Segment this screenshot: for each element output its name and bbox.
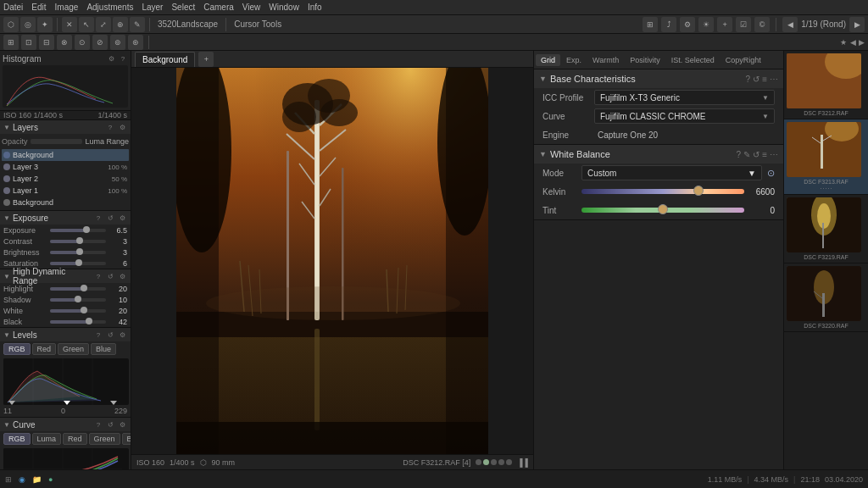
layers-settings[interactable]: ⚙ — [117, 122, 127, 132]
hdr-settings[interactable]: ⚙ — [117, 271, 127, 281]
positivity-btn[interactable]: + — [717, 17, 732, 32]
layer-bg-bottom[interactable]: Background — [2, 197, 129, 208]
levels-tab-blue[interactable]: Blue — [91, 343, 116, 355]
grid-view[interactable]: ⊞ — [643, 17, 658, 32]
exposure-header[interactable]: ▼ Exposure ? ↺ ⚙ — [0, 211, 131, 225]
wb-reset[interactable]: ↺ — [753, 150, 760, 159]
taskbar-icon-file[interactable]: 📁 — [32, 475, 42, 484]
taskbar-icon-win[interactable]: ⊞ — [5, 475, 12, 484]
prev-btn[interactable]: ◀ — [782, 17, 798, 32]
hdr-header[interactable]: ▼ High Dynamic Range ? ↺ ⚙ — [0, 269, 131, 283]
menu-adjustments[interactable]: Adjustments — [86, 3, 133, 12]
menu-view[interactable]: View — [242, 3, 261, 12]
histogram-help[interactable]: ? — [118, 53, 128, 64]
thumb-item-3[interactable]: DSC F3219.RAF — [784, 195, 868, 263]
wb-header[interactable]: ▼ White Balance ? ✎ ↺ ≡ ⋯ — [534, 145, 783, 164]
white-track[interactable] — [50, 309, 106, 313]
sec-tool-1[interactable]: ⊞ — [3, 35, 19, 50]
rpanel-tab-selected[interactable]: ISt. Selected — [666, 54, 720, 66]
bc-reset[interactable]: ↺ — [753, 75, 760, 84]
tab-add[interactable]: + — [198, 52, 214, 67]
inspect-tool[interactable]: ⬡ — [3, 17, 19, 32]
wb-eyedropper[interactable]: ⊙ — [767, 168, 775, 179]
brightness-thumb[interactable] — [76, 248, 83, 255]
taskbar-icon-app[interactable]: ● — [48, 475, 53, 484]
exposure-thumb[interactable] — [83, 226, 90, 233]
layer-row-1[interactable]: Layer 1 100 % — [2, 185, 129, 197]
curve-tab-rgb[interactable]: RGB — [3, 433, 31, 445]
bc-help[interactable]: ? — [746, 75, 751, 84]
black-thumb[interactable] — [86, 318, 92, 324]
taskbar-icon-edge[interactable]: ◉ — [19, 475, 25, 484]
highlight-thumb[interactable] — [81, 285, 87, 291]
wb-help[interactable]: ? — [737, 150, 742, 159]
menu-layer[interactable]: Layer — [142, 3, 163, 12]
layer-row-2[interactable]: Layer 2 50 % — [2, 173, 129, 185]
rpanel-tab-copyright[interactable]: CopyRight — [721, 54, 766, 66]
kelvin-thumb[interactable] — [693, 186, 704, 196]
levels-tab-rgb[interactable]: RGB — [3, 343, 31, 355]
menu-datei[interactable]: Datei — [3, 3, 23, 12]
thumb-item-2[interactable]: DSC F3213.RAF · · · · · — [784, 119, 868, 195]
next-btn[interactable]: ▶ — [849, 17, 865, 32]
menu-info[interactable]: Info — [308, 3, 322, 12]
rpanel-tab-grid[interactable]: Grid — [536, 54, 560, 66]
menu-select[interactable]: Select — [171, 3, 195, 12]
rpanel-tab-warmth[interactable]: Warmth — [587, 54, 624, 66]
sec-tool-7[interactable]: ⊚ — [110, 35, 125, 50]
levels-reset[interactable]: ↺ — [105, 330, 115, 340]
curve-tab-blue[interactable]: Blue — [122, 433, 131, 445]
thumb-item-4[interactable]: DSC F3220.RAF — [784, 263, 868, 332]
exp-reset[interactable]: ↺ — [105, 213, 115, 223]
selected-btn[interactable]: ☑ — [736, 17, 751, 32]
saturation-track[interactable] — [50, 262, 106, 265]
levels-help[interactable]: ? — [93, 330, 103, 340]
menu-camera[interactable]: Camera — [203, 3, 234, 12]
highlight-track[interactable] — [50, 287, 106, 291]
copyrigth-btn[interactable]: © — [754, 17, 770, 32]
thumb-item-1[interactable]: DSC F3212.RAF — [784, 51, 868, 119]
icc-dropdown[interactable]: Fujifilm X-T3 Generic ▼ — [594, 90, 775, 105]
wb-more[interactable]: ⋯ — [770, 150, 778, 159]
curve-settings[interactable]: ⚙ — [117, 419, 127, 430]
layers-help[interactable]: ? — [105, 122, 115, 132]
contrast-thumb[interactable] — [76, 237, 83, 244]
export-btn[interactable]: ⤴ — [661, 17, 676, 32]
opacity-slider[interactable] — [31, 139, 83, 144]
menu-window[interactable]: Window — [269, 3, 299, 12]
shadow-track[interactable] — [50, 298, 106, 302]
capture-tool[interactable]: ◎ — [20, 17, 36, 32]
black-track[interactable] — [50, 320, 106, 324]
exposure-track[interactable] — [50, 229, 106, 232]
tint-track[interactable] — [581, 208, 744, 213]
exp-help[interactable]: ? — [93, 213, 103, 223]
sec-tool-5[interactable]: ⊙ — [75, 35, 90, 50]
contrast-track[interactable] — [50, 240, 106, 243]
brightness-track[interactable] — [50, 251, 106, 254]
tint-thumb[interactable] — [658, 204, 668, 214]
sec-tool-6[interactable]: ⊘ — [92, 35, 108, 50]
sec-tool-4[interactable]: ⊗ — [57, 35, 72, 50]
sec-tool-2[interactable]: ⊡ — [21, 35, 36, 50]
layer-row-3[interactable]: Layer 3 100 % — [2, 161, 129, 173]
tool-b[interactable]: ↖ — [79, 17, 94, 32]
saturation-thumb[interactable] — [75, 259, 82, 266]
warmth-btn[interactable]: ☀ — [698, 17, 714, 32]
curve-tab-red[interactable]: Red — [63, 433, 87, 445]
rpanel-tab-exp[interactable]: Exp. — [561, 54, 587, 66]
menu-edit[interactable]: Edit — [31, 3, 46, 12]
exp-settings[interactable]: ⚙ — [117, 213, 127, 223]
levels-tab-red[interactable]: Red — [32, 343, 57, 355]
layer-background-top[interactable]: Background — [2, 149, 129, 161]
auto-adjust-tool[interactable]: ✦ — [37, 17, 53, 32]
curve-tab-green[interactable]: Green — [89, 433, 120, 445]
bc-more[interactable]: ⋯ — [770, 75, 778, 84]
bc-header[interactable]: ▼ Base Characteristics ? ↺ ≡ ⋯ — [534, 69, 783, 88]
tool-c[interactable]: ⤢ — [96, 17, 111, 32]
tab-background[interactable]: Background — [135, 52, 195, 67]
layers-header[interactable]: ▼ Layers ? ⚙ — [0, 120, 131, 134]
wb-pencil[interactable]: ✎ — [743, 150, 750, 159]
levels-settings[interactable]: ⚙ — [117, 330, 127, 340]
curve-tab-luma[interactable]: Luma — [32, 433, 62, 445]
kelvin-track[interactable] — [581, 189, 744, 194]
